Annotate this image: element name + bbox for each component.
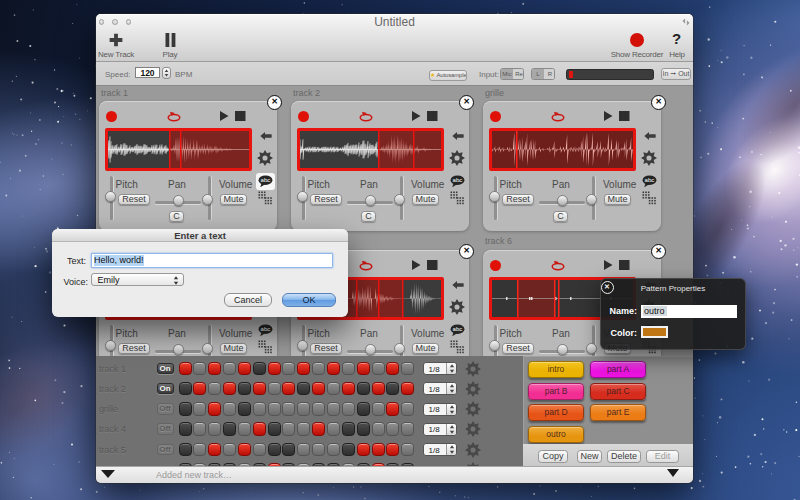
svg-text:abc: abc (453, 177, 463, 183)
svg-text:abc: abc (261, 326, 271, 332)
svg-text:abc: abc (261, 177, 271, 183)
svg-text:abc: abc (453, 326, 463, 332)
svg-text:abc: abc (645, 177, 655, 183)
